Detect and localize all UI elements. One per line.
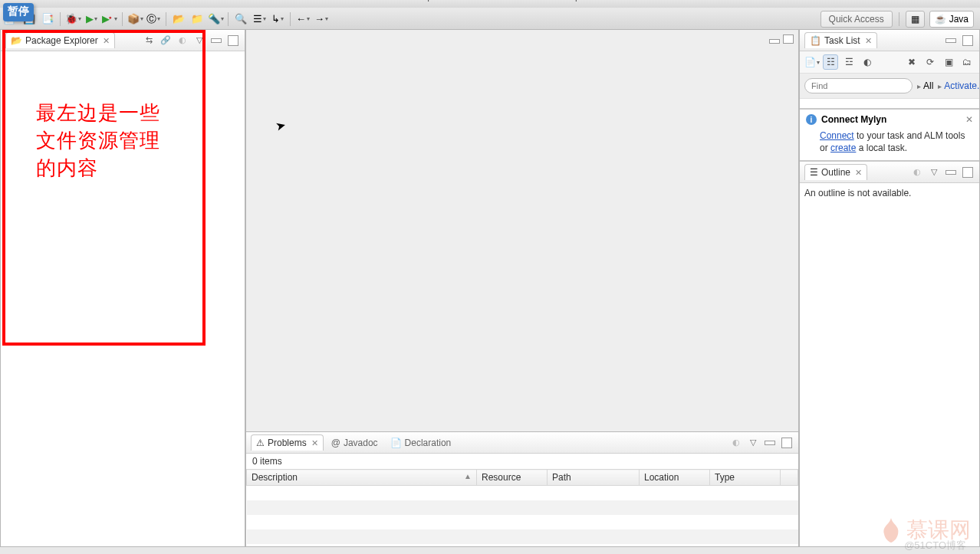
- close-icon[interactable]: ✕: [865, 36, 872, 46]
- toolbar-separator: [122, 12, 123, 26]
- close-icon[interactable]: ✕: [311, 438, 318, 448]
- window-title: Java - Eclipse - /Users/Ilona/Documents/…: [385, 0, 595, 2]
- outline-header: ☰ Outline ✕ ◐ ▽: [800, 162, 979, 183]
- col-description[interactable]: Description▲: [247, 470, 477, 486]
- task-list-toolbar: 📄 ☷ ☲ ◐ ✖ ⟳ ▣ 🗂: [800, 51, 979, 74]
- new-task-button[interactable]: 📄: [804, 54, 820, 70]
- filter-all[interactable]: All: [917, 80, 933, 91]
- maximize-icon[interactable]: [961, 34, 975, 48]
- open-perspective-button[interactable]: ▦: [906, 11, 925, 28]
- close-icon[interactable]: ✕: [855, 168, 862, 178]
- col-type[interactable]: Type: [710, 470, 781, 486]
- mouse-cursor-icon: ➤: [274, 118, 287, 135]
- minimize-icon[interactable]: [944, 34, 958, 48]
- sort-asc-icon: ▲: [464, 472, 472, 480]
- run-button[interactable]: ▶: [84, 11, 99, 27]
- outline-body: An outline is not available.: [800, 183, 979, 546]
- maximize-icon[interactable]: [783, 34, 794, 44]
- synchronize-icon[interactable]: ⟳: [922, 54, 938, 70]
- problems-icon: ⚠: [256, 438, 265, 448]
- task-find-row: All Activate.... ⓘ: [800, 74, 979, 99]
- next-annotation-button[interactable]: ↳: [270, 11, 285, 27]
- focus-task-icon[interactable]: ◐: [176, 34, 189, 48]
- back-button[interactable]: ←: [295, 11, 311, 27]
- col-path[interactable]: Path: [548, 470, 640, 486]
- main-toolbar: 📄 💾 📑 🐞 ▶ ▶ 📦 Ⓒ 📂 📁 🔦 🔍 ☰ ↳ ← → Quick Ac…: [0, 8, 980, 30]
- tab-task-list[interactable]: 📋 Task List ✕: [804, 32, 877, 48]
- table-row: [247, 529, 798, 544]
- focus-task-icon[interactable]: ◐: [910, 166, 924, 179]
- collapse-all-icon[interactable]: ⇆: [142, 34, 156, 48]
- workbench: 📂 Package Explorer ✕ ⇆ 🔗 ◐ ▽ 最左边是一些 文件资源…: [0, 30, 980, 547]
- hide-completed-icon[interactable]: ✖: [904, 54, 919, 70]
- task-list-header: 📋 Task List ✕: [800, 30, 979, 51]
- search-button[interactable]: 🔦: [208, 11, 223, 27]
- connect-link[interactable]: Connect: [820, 130, 854, 141]
- close-icon[interactable]: ✕: [103, 36, 110, 46]
- maximize-icon[interactable]: [961, 166, 975, 179]
- editor-area[interactable]: ➤: [246, 30, 798, 431]
- close-icon[interactable]: ✕: [965, 114, 973, 125]
- minimize-icon[interactable]: [944, 166, 958, 179]
- tab-label: Problems: [268, 438, 307, 448]
- toolbar-separator: [899, 12, 899, 26]
- outline-empty-label: An outline is not available.: [804, 188, 911, 198]
- collapse-all-icon[interactable]: ▣: [941, 54, 956, 70]
- link-editor-icon[interactable]: 🔗: [159, 34, 173, 48]
- perspective-java[interactable]: ☕ Java: [929, 11, 974, 28]
- debug-button[interactable]: 🐞: [65, 11, 81, 27]
- annotation-nav-button[interactable]: ☰: [252, 11, 267, 27]
- tab-package-explorer[interactable]: 📂 Package Explorer ✕: [5, 32, 115, 48]
- minimize-icon[interactable]: [769, 39, 780, 44]
- activate-task-link[interactable]: Activate....: [938, 80, 980, 91]
- tab-label: Outline: [821, 167, 850, 178]
- view-menu-icon[interactable]: ▽: [192, 34, 206, 48]
- editor-column: ➤ ⚠ Problems ✕ @ Javadoc 📄 Declaration: [245, 30, 799, 547]
- perspective-label: Java: [949, 14, 968, 25]
- focus-workweek-icon[interactable]: ◐: [860, 54, 875, 70]
- maximize-icon[interactable]: [780, 436, 794, 450]
- task-list-body[interactable]: [800, 99, 979, 108]
- save-all-button[interactable]: 📑: [40, 11, 55, 27]
- task-list-icon: 📋: [810, 35, 821, 46]
- bottom-panel: ⚠ Problems ✕ @ Javadoc 📄 Declaration ◐ ▽: [246, 431, 798, 546]
- tab-javadoc[interactable]: @ Javadoc: [327, 435, 383, 451]
- create-link[interactable]: create: [830, 143, 856, 153]
- tab-problems[interactable]: ⚠ Problems ✕: [251, 434, 324, 451]
- col-resource[interactable]: Resource: [477, 470, 548, 486]
- task-find-input[interactable]: [804, 78, 913, 93]
- scheduled-icon[interactable]: ☲: [841, 54, 857, 70]
- minimize-icon[interactable]: [763, 436, 777, 450]
- open-task-button[interactable]: 📁: [189, 11, 205, 27]
- tab-declaration[interactable]: 📄 Declaration: [386, 435, 456, 451]
- toggle-mark-button[interactable]: 🔍: [233, 11, 248, 27]
- quick-access-field[interactable]: Quick Access: [821, 11, 893, 28]
- javadoc-icon: @: [331, 438, 340, 448]
- open-type-button[interactable]: 📂: [171, 11, 186, 27]
- tab-label: Declaration: [405, 438, 452, 448]
- pause-overlay-badge: 暂停: [3, 3, 34, 21]
- mylyn-title: Connect Mylyn: [821, 114, 886, 125]
- tab-label: Javadoc: [344, 438, 378, 448]
- task-presentation-icon[interactable]: 🗂: [959, 54, 975, 70]
- minimize-icon[interactable]: [209, 34, 223, 48]
- view-menu-icon[interactable]: ▽: [746, 436, 760, 450]
- maximize-icon[interactable]: [226, 34, 240, 48]
- package-explorer-icon: 📂: [11, 35, 22, 46]
- annotation-text: 最左边是一些 文件资源管理 的内容: [36, 99, 160, 182]
- tab-outline[interactable]: ☰ Outline ✕: [804, 164, 867, 180]
- new-java-class-button[interactable]: Ⓒ: [146, 11, 161, 27]
- new-java-package-button[interactable]: 📦: [127, 11, 143, 27]
- window-titlebar: Java - Eclipse - /Users/Ilona/Documents/…: [0, 0, 980, 8]
- table-row: [247, 486, 798, 500]
- run-last-button[interactable]: ▶: [102, 11, 117, 27]
- forward-button[interactable]: →: [314, 11, 329, 27]
- view-menu-icon[interactable]: ▽: [927, 166, 941, 179]
- right-column: 📋 Task List ✕ 📄 ☷ ☲ ◐ ✖ ⟳ ▣ 🗂: [799, 30, 980, 547]
- problems-table: Description▲ Resource Path Location Type: [246, 469, 798, 544]
- focus-task-icon[interactable]: ◐: [729, 436, 743, 450]
- task-list-view: 📋 Task List ✕ 📄 ☷ ☲ ◐ ✖ ⟳ ▣ 🗂: [800, 30, 979, 109]
- col-location[interactable]: Location: [640, 470, 710, 486]
- categorized-icon[interactable]: ☷: [823, 54, 838, 70]
- outline-view: ☰ Outline ✕ ◐ ▽ An outline is not availa…: [800, 161, 979, 546]
